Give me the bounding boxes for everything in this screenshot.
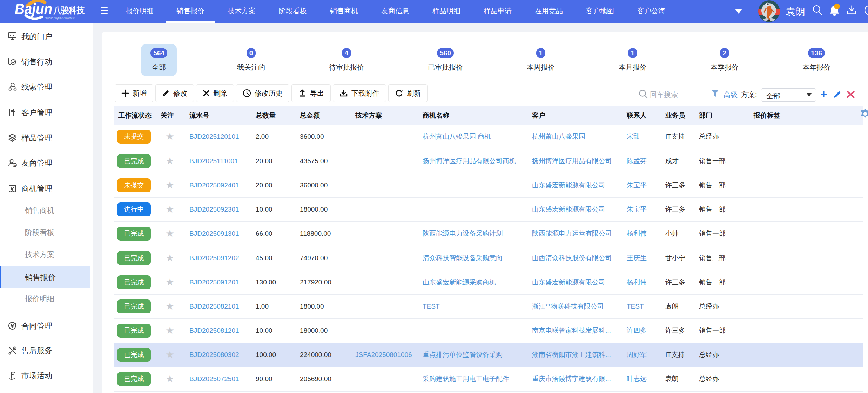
- svg-text:Bajun: Bajun: [15, 1, 52, 17]
- svg-text:Anyone,Anytime,Anywhere!: Anyone,Anytime,Anywhere!: [45, 16, 75, 20]
- svg-text:八骏科技: 八骏科技: [53, 5, 85, 15]
- svg-text:vs: vs: [14, 164, 16, 167]
